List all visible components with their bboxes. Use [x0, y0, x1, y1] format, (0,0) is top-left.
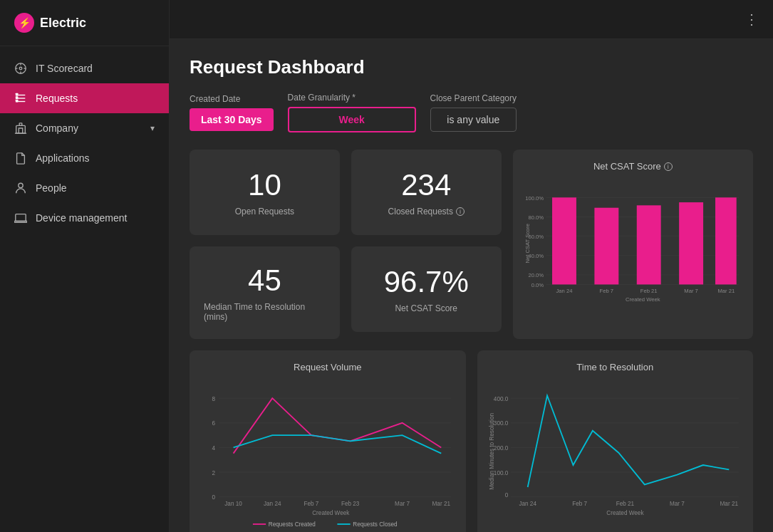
- filter-close-parent-category: Close Parent Category is any value: [430, 93, 517, 132]
- sidebar-item-people[interactable]: People: [0, 173, 169, 203]
- file-icon: [14, 152, 27, 165]
- sidebar: ⚡ Electric IT Scorecard Requests Company…: [0, 0, 170, 532]
- svg-text:6: 6: [212, 420, 215, 427]
- net-csat-chart-card: Net CSAT Score i 100.0% 80.0% 60.0% 40.0…: [513, 150, 753, 339]
- filter-date-granularity: Date Granularity * Week: [288, 93, 416, 132]
- svg-rect-13: [19, 123, 22, 126]
- filter-created-date: Created Date Last 30 Days: [190, 94, 274, 131]
- time-to-resolution-chart-card: Time to Resolution 400.0 300.0 200.0 100…: [477, 350, 754, 532]
- closed-requests-card: 234 Closed Requests i: [351, 150, 502, 235]
- topbar: ⋮: [170, 0, 773, 39]
- open-requests-label: Open Requests: [235, 207, 294, 217]
- sidebar-item-company[interactable]: Company ▾: [0, 113, 169, 143]
- list-icon: [14, 92, 27, 105]
- svg-text:Requests Created: Requests Created: [269, 521, 316, 528]
- date-granularity-button[interactable]: Week: [288, 107, 416, 132]
- created-line: [234, 398, 442, 453]
- sidebar-item-requests[interactable]: Requests: [0, 83, 169, 113]
- net-csat-value: 96.7%: [384, 265, 469, 299]
- bar-feb21: [636, 205, 660, 284]
- svg-rect-10: [16, 96, 19, 99]
- request-volume-svg: 8 6 4 2 0 Jan 10 Ja: [201, 380, 455, 532]
- open-requests-value: 10: [248, 168, 281, 202]
- svg-text:Mar 21: Mar 21: [720, 501, 738, 507]
- sidebar-label-requests: Requests: [36, 93, 155, 104]
- laptop-icon: [14, 212, 27, 224]
- close-parent-category-label: Close Parent Category: [430, 93, 517, 103]
- svg-text:Mar 21: Mar 21: [717, 288, 735, 294]
- sidebar-label-company: Company: [36, 122, 142, 134]
- resolution-line: [527, 395, 729, 487]
- svg-text:0.0%: 0.0%: [531, 282, 544, 288]
- median-time-label: Median Time to Resolution (mins): [204, 302, 326, 322]
- svg-point-1: [19, 67, 22, 70]
- created-date-label: Created Date: [190, 94, 274, 104]
- stats-row: 10 Open Requests 45 Median Time to Resol…: [190, 150, 753, 339]
- sidebar-item-it-scorecard[interactable]: IT Scorecard: [0, 53, 169, 83]
- page-title: Request Dashboard: [190, 56, 753, 78]
- bar-feb7: [594, 208, 618, 285]
- main-content: ⋮ Request Dashboard Created Date Last 30…: [170, 0, 773, 532]
- chevron-down-icon: ▾: [150, 123, 155, 133]
- logo-text: Electric: [40, 16, 86, 31]
- svg-text:Mar 7: Mar 7: [395, 501, 410, 507]
- svg-text:40.0%: 40.0%: [528, 253, 544, 259]
- sidebar-item-device-management[interactable]: Device management: [0, 203, 169, 233]
- content-area: Request Dashboard Created Date Last 30 D…: [170, 39, 773, 532]
- svg-text:Requests Closed: Requests Closed: [353, 521, 398, 528]
- more-options-icon[interactable]: ⋮: [745, 11, 759, 28]
- open-requests-card: 10 Open Requests: [190, 150, 340, 235]
- svg-text:Mar 7: Mar 7: [669, 501, 684, 507]
- stats-left-col: 10 Open Requests 45 Median Time to Resol…: [190, 150, 340, 339]
- net-csat-svg: 100.0% 80.0% 60.0% 40.0% 20.0% 0.0%: [524, 179, 742, 314]
- svg-text:Jan 24: Jan 24: [264, 501, 281, 507]
- bar-jan24: [552, 197, 576, 284]
- svg-text:60.0%: 60.0%: [528, 234, 544, 240]
- logo-icon: ⚡: [14, 13, 34, 33]
- svg-text:0: 0: [504, 492, 508, 499]
- net-csat-label: Net CSAT Score: [395, 303, 457, 313]
- stats-right-col: 234 Closed Requests i 96.7% Net CSAT Sco…: [351, 150, 502, 339]
- bar-mar7: [679, 202, 703, 284]
- net-csat-stat-card: 96.7% Net CSAT Score: [351, 246, 502, 332]
- svg-rect-12: [16, 125, 26, 133]
- svg-text:4: 4: [212, 445, 215, 452]
- svg-text:2: 2: [212, 470, 215, 476]
- logo-area: ⚡ Electric: [0, 0, 169, 46]
- svg-text:Feb 7: Feb 7: [304, 501, 318, 507]
- closed-requests-value: 234: [401, 168, 451, 202]
- svg-text:Feb 21: Feb 21: [640, 288, 658, 294]
- svg-text:200.0: 200.0: [493, 445, 508, 452]
- close-parent-category-button[interactable]: is any value: [430, 108, 517, 132]
- svg-text:300.0: 300.0: [493, 420, 508, 427]
- closed-line: [234, 435, 442, 454]
- svg-text:100.0%: 100.0%: [525, 195, 544, 202]
- created-date-button[interactable]: Last 30 Days: [190, 108, 274, 131]
- net-csat-chart-info-icon[interactable]: i: [664, 162, 673, 171]
- svg-text:Feb 7: Feb 7: [599, 288, 613, 294]
- median-time-value: 45: [248, 264, 281, 298]
- closed-requests-info-icon[interactable]: i: [456, 207, 465, 216]
- svg-rect-9: [16, 93, 19, 96]
- median-time-card: 45 Median Time to Resolution (mins): [190, 246, 340, 339]
- svg-text:80.0%: 80.0%: [528, 214, 544, 221]
- svg-text:Feb 23: Feb 23: [341, 501, 360, 507]
- svg-text:Jan 10: Jan 10: [224, 501, 242, 507]
- date-granularity-label: Date Granularity *: [288, 93, 416, 103]
- svg-text:Net CSAT Score: Net CSAT Score: [524, 224, 531, 264]
- svg-text:Jan 24: Jan 24: [519, 501, 536, 507]
- person-icon: [14, 182, 27, 194]
- svg-text:100.0: 100.0: [493, 470, 508, 476]
- request-volume-chart-title: Request Volume: [201, 362, 455, 372]
- svg-rect-15: [16, 214, 26, 221]
- sidebar-item-applications[interactable]: Applications: [0, 143, 169, 173]
- svg-text:Median Minutes to Resolution: Median Minutes to Resolution: [489, 413, 495, 490]
- svg-text:20.0%: 20.0%: [528, 272, 544, 278]
- svg-point-14: [19, 183, 23, 187]
- svg-text:Mar 21: Mar 21: [432, 501, 451, 507]
- compass-icon: [14, 62, 27, 75]
- svg-text:Created Week: Created Week: [606, 510, 644, 516]
- closed-requests-label: Closed Requests i: [388, 207, 465, 217]
- net-csat-chart-title: Net CSAT Score i: [524, 161, 742, 172]
- svg-text:Mar 7: Mar 7: [684, 288, 698, 294]
